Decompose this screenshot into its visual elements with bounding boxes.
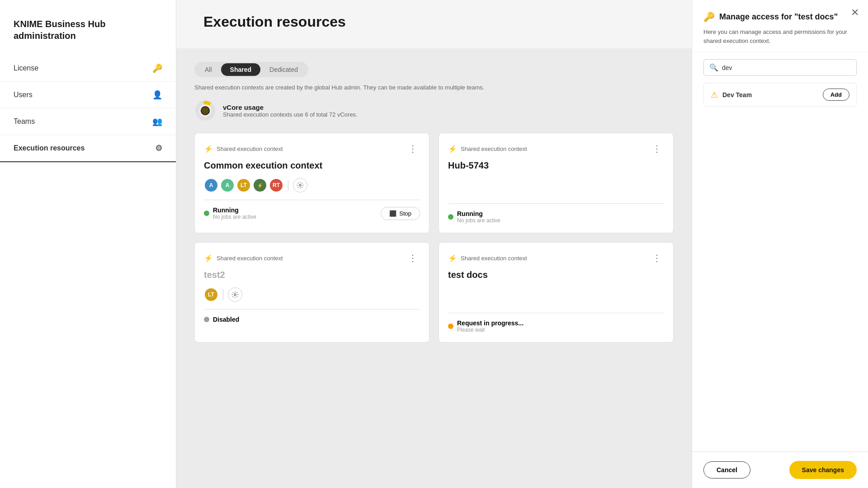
warning-icon: ⚠ [711,90,718,100]
key-icon: 🔑 [152,63,162,73]
vcore-bar: vCore usage Shared execution contexts us… [194,100,674,122]
card-name: Hub-5743 [448,160,664,171]
vcore-subtitle: Shared execution contexts use 6 of total… [223,111,358,118]
card-test-docs: ⚡ Shared execution context ⋮ test docs R… [439,242,674,343]
svg-point-4 [299,184,301,186]
status-text: Disabled [213,316,239,323]
status-indicator: Disabled [204,316,239,323]
sidebar: KNIME Business Hub administration Licens… [0,0,176,488]
status-dot [448,214,453,220]
close-button[interactable]: ✕ [851,7,859,19]
sidebar-item-users[interactable]: Users 👤 [0,82,176,108]
avatar: A [204,178,218,192]
card-header: ⚡ Shared execution context ⋮ [204,252,420,264]
card-avatars: A A LT ⚡ RT [204,178,420,192]
avatar: LT [236,178,251,192]
card-avatars [448,287,664,305]
vcore-title: vCore usage [223,103,358,111]
svg-point-5 [234,294,236,296]
avatar: LT [204,287,218,302]
tab-all[interactable]: All [196,63,221,76]
avatar-divider [223,289,223,300]
result-item-name: Dev Team [722,91,752,99]
status-dot [204,211,209,216]
card-header: ⚡ Shared execution context ⋮ [448,142,664,155]
filter-description: Shared execution contexts are created by… [194,84,674,91]
sidebar-item-teams[interactable]: Teams 👥 [0,108,176,135]
shared-context-icon: ⚡ [448,254,457,263]
execution-resources-label: Execution resources [14,144,85,152]
card-name: test docs [448,270,664,280]
panel-search: 🔍 [692,52,868,83]
status-info: Running No jobs are active [213,206,256,220]
add-button[interactable]: Add [823,89,849,101]
search-icon: 🔍 [709,63,718,72]
card-name: Common execution context [204,160,420,171]
license-label: License [14,64,38,72]
shared-context-icon: ⚡ [204,145,213,153]
sidebar-item-execution-resources[interactable]: Execution resources ⚙ [0,135,176,162]
avatar: ⚡ [253,178,267,192]
card-footer: Running No jobs are active ⬛ Stop [204,200,420,220]
card-name: test2 [204,270,420,280]
vcore-donut [194,100,216,122]
search-input[interactable] [722,64,851,71]
card-type: ⚡ Shared execution context [448,145,527,153]
panel-footer: Cancel Save changes [692,451,868,488]
avatar: RT [269,178,283,192]
content-area: All Shared Dedicated Shared execution co… [176,48,692,488]
card-menu-button[interactable]: ⋮ [650,142,664,155]
manage-access-icon[interactable] [293,178,307,192]
sidebar-item-license[interactable]: License 🔑 [0,55,176,82]
cards-grid: ⚡ Shared execution context ⋮ Common exec… [194,133,674,343]
key-icon: 🔑 [703,11,715,22]
panel-title-row: 🔑 Manage access for "test docs" [703,11,857,22]
panel-title: Manage access for "test docs" [719,12,838,22]
card-hub-5743: ⚡ Shared execution context ⋮ Hub-5743 Ru… [439,133,674,233]
search-input-wrapper: 🔍 [703,59,857,76]
status-sub: Please wait [457,327,524,333]
status-dot [204,317,209,322]
sidebar-title: KNIME Business Hub administration [0,0,176,55]
card-avatars: LT [204,287,420,302]
stop-label: Stop [399,210,411,217]
result-item: ⚠ Dev Team Add [703,83,857,107]
panel-header: 🔑 Manage access for "test docs" Here you… [692,0,868,52]
cancel-button[interactable]: Cancel [703,461,750,479]
stop-button[interactable]: ⬛ Stop [381,207,420,220]
users-icon: 👥 [152,117,162,127]
card-type: ⚡ Shared execution context [204,145,283,153]
card-type-label: Shared execution context [217,255,283,262]
status-indicator: Running No jobs are active [204,206,256,220]
manage-access-icon[interactable] [228,287,242,302]
card-common-execution-context: ⚡ Shared execution context ⋮ Common exec… [194,133,429,233]
card-type: ⚡ Shared execution context [448,254,527,263]
shared-context-icon: ⚡ [448,145,457,153]
vcore-info: vCore usage Shared execution contexts us… [223,103,358,118]
status-dot [448,324,453,329]
card-type: ⚡ Shared execution context [204,254,283,263]
status-sub: No jobs are active [457,217,500,224]
card-menu-button[interactable]: ⋮ [406,252,420,264]
tab-dedicated[interactable]: Dedicated [260,63,307,76]
card-menu-button[interactable]: ⋮ [650,252,664,264]
card-footer: Disabled [204,309,420,323]
card-menu-button[interactable]: ⋮ [406,142,420,155]
save-changes-button[interactable]: Save changes [789,461,857,479]
filter-tabs: All Shared Dedicated [194,62,308,77]
avatar: A [220,178,235,192]
teams-label: Teams [14,117,35,126]
status-text: Request in progress... [457,319,524,327]
panel-results: ⚠ Dev Team Add [692,83,868,451]
main-header: Execution resources [176,0,692,48]
status-sub: No jobs are active [213,214,256,220]
panel-description: Here you can manage access and permissio… [703,28,857,45]
status-info: Disabled [213,316,239,323]
avatar-divider [288,180,288,191]
tab-shared[interactable]: Shared [221,63,260,76]
user-icon: 👤 [152,90,162,100]
result-item-left: ⚠ Dev Team [711,90,752,100]
main-content: Execution resources All Shared Dedicated… [176,0,692,488]
users-label: Users [14,91,33,99]
status-indicator: Running No jobs are active [448,210,500,224]
